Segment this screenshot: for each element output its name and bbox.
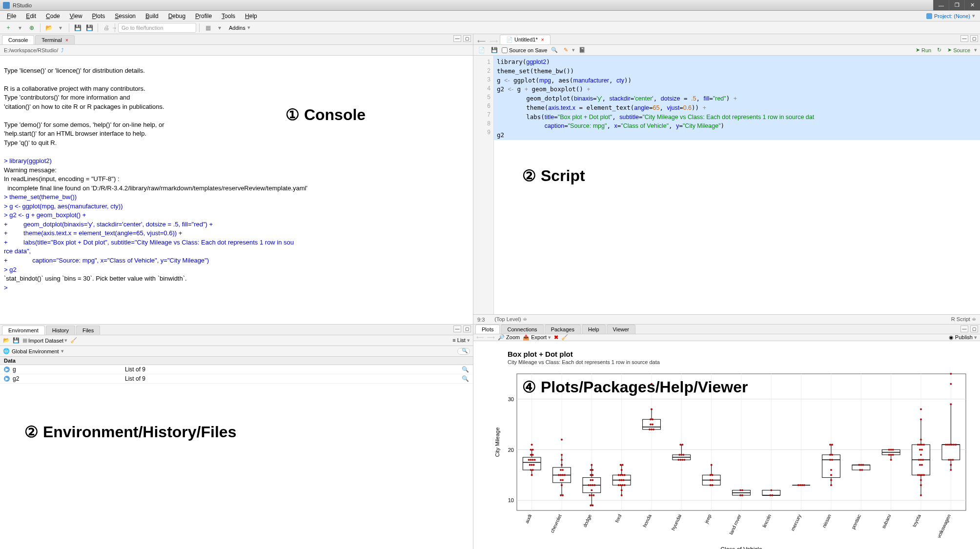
rerun-button[interactable]: ↻ <box>935 47 943 53</box>
browse-icon[interactable]: ⤴ <box>61 47 64 53</box>
tab-script[interactable]: 📄 Untitled1* × <box>500 35 551 44</box>
console-path: E:/workspace/RStudio/ <box>4 47 58 53</box>
expand-icon[interactable]: ▶ <box>4 376 10 382</box>
run-button[interactable]: ➤ Run <box>914 47 933 53</box>
svg-point-237 <box>950 383 952 385</box>
plot-back-button[interactable]: ⟵ <box>476 334 484 341</box>
open-env-button[interactable]: 📂 <box>3 337 10 344</box>
open-file-button[interactable]: 📂 <box>43 23 54 33</box>
minimize-button[interactable]: — <box>933 0 949 10</box>
show-doc-button[interactable]: 📄 <box>476 47 487 53</box>
wand-button[interactable]: ✎ <box>562 47 570 53</box>
menu-tools[interactable]: Tools <box>217 12 240 20</box>
import-dataset-button[interactable]: ▦Import Dataset ▾ <box>22 337 67 344</box>
menu-bar: File Edit Code View Plots Session Build … <box>0 11 980 21</box>
minimize-pane-button[interactable]: — <box>960 325 968 332</box>
menu-profile[interactable]: Profile <box>190 12 217 20</box>
save-all-button[interactable]: 💾 <box>84 23 95 33</box>
source-button[interactable]: ➤ Source <box>945 47 972 53</box>
maximize-pane-button[interactable]: ▢ <box>463 325 471 332</box>
menu-edit[interactable]: Edit <box>21 12 41 20</box>
plot-forward-button[interactable]: ⟶ <box>487 334 495 341</box>
svg-point-83 <box>618 474 620 476</box>
menu-code[interactable]: Code <box>41 12 65 20</box>
maximize-pane-button[interactable]: ▢ <box>970 35 978 42</box>
recent-files-dropdown[interactable]: ▾ <box>55 23 66 33</box>
env-row[interactable]: ▶g2List of 9🔍 <box>0 374 473 384</box>
print-button[interactable]: 🖨 <box>101 23 112 33</box>
svg-point-95 <box>649 428 651 430</box>
console-output[interactable]: Type 'license()' or 'licence()' for dist… <box>0 56 473 324</box>
svg-point-14 <box>532 469 534 471</box>
expand-icon[interactable]: ▶ <box>4 366 10 372</box>
window-title: RStudio <box>13 2 32 8</box>
clear-plots-button[interactable]: 🧹 <box>561 334 568 341</box>
menu-file[interactable]: File <box>2 12 21 20</box>
menu-plots[interactable]: Plots <box>87 12 110 20</box>
tab-help[interactable]: Help <box>582 325 606 334</box>
svg-point-101 <box>652 419 653 421</box>
maximize-pane-button[interactable]: ▢ <box>970 325 978 332</box>
new-file-button[interactable]: ＋ <box>3 23 14 33</box>
tab-terminal[interactable]: Terminal × <box>35 35 74 44</box>
find-button[interactable]: 🔍 <box>549 47 560 53</box>
minimize-pane-button[interactable]: — <box>453 35 461 42</box>
svg-point-162 <box>830 479 832 481</box>
tab-history[interactable]: History <box>46 325 75 335</box>
publish-button[interactable]: ◉ Publish ▾ <box>949 334 977 341</box>
menu-build[interactable]: Build <box>141 12 163 20</box>
save-script-button[interactable]: 💾 <box>489 47 500 53</box>
tab-plots[interactable]: Plots <box>475 325 500 334</box>
env-search-input[interactable] <box>457 348 470 355</box>
close-icon[interactable]: × <box>541 37 544 42</box>
global-env-selector[interactable]: 🌐Global Environment ▾ <box>3 348 64 354</box>
new-project-button[interactable]: ⊕ <box>26 23 37 33</box>
menu-debug[interactable]: Debug <box>163 12 190 20</box>
svg-point-112 <box>684 459 686 461</box>
close-button[interactable]: ✕ <box>964 0 980 10</box>
source-on-save-checkbox[interactable]: Source on Save <box>502 47 547 53</box>
save-env-button[interactable]: 💾 <box>13 337 20 344</box>
maximize-pane-button[interactable]: ▢ <box>463 35 471 42</box>
menu-session[interactable]: Session <box>110 12 141 20</box>
compile-button[interactable]: 📓 <box>577 47 588 53</box>
tab-environment[interactable]: Environment <box>2 325 45 335</box>
goto-file-function-input[interactable]: Go to file/function <box>118 23 196 33</box>
svg-point-22 <box>530 454 532 456</box>
project-selector[interactable]: Project: (None) ▾ <box>926 13 975 19</box>
svg-text:30: 30 <box>508 396 514 402</box>
new-file-dropdown[interactable]: ▾ <box>15 23 25 33</box>
menu-help[interactable]: Help <box>240 12 262 20</box>
minimize-pane-button[interactable]: — <box>960 35 968 42</box>
save-button[interactable]: 💾 <box>72 23 83 33</box>
maximize-button[interactable]: ❐ <box>949 0 964 10</box>
env-row[interactable]: ▶gList of 9🔍 <box>0 365 473 374</box>
svg-point-163 <box>830 474 832 476</box>
list-view-button[interactable]: ≡ List ▾ <box>452 337 470 344</box>
tab-viewer[interactable]: Viewer <box>607 325 635 334</box>
export-button[interactable]: 📤 Export ▾ <box>523 334 551 341</box>
tab-console[interactable]: Console <box>2 35 34 44</box>
close-icon[interactable]: × <box>65 38 68 43</box>
remove-plot-button[interactable]: ✖ <box>554 334 558 341</box>
magnify-icon[interactable]: 🔍 <box>462 366 469 373</box>
forward-button[interactable]: ⟶ <box>488 38 500 44</box>
menu-view[interactable]: View <box>65 12 87 20</box>
minimize-pane-button[interactable]: — <box>453 325 461 332</box>
scope-selector[interactable]: (Top Level) ≑ <box>494 316 527 323</box>
zoom-button[interactable]: 🔎 Zoom <box>498 334 520 341</box>
wand-dropdown[interactable]: ▾ <box>572 47 575 53</box>
tab-packages[interactable]: Packages <box>545 325 581 334</box>
magnify-icon[interactable]: 🔍 <box>462 375 469 382</box>
grid-button[interactable]: ▦ <box>203 23 213 33</box>
tab-connections[interactable]: Connections <box>501 325 543 334</box>
back-button[interactable]: ⟵ <box>475 38 488 44</box>
grid-dropdown[interactable]: ▾ <box>214 23 225 33</box>
script-editor[interactable]: 123456789 library(ggplot2) theme_set(the… <box>473 56 980 314</box>
source-dropdown[interactable]: ▾ <box>974 47 977 53</box>
addins-menu[interactable]: Addins ▾ <box>226 24 253 31</box>
clear-env-button[interactable]: 🧹 <box>70 337 77 344</box>
svg-point-214 <box>919 444 921 446</box>
tab-files[interactable]: Files <box>76 325 100 335</box>
file-type[interactable]: R Script ≑ <box>951 316 976 323</box>
